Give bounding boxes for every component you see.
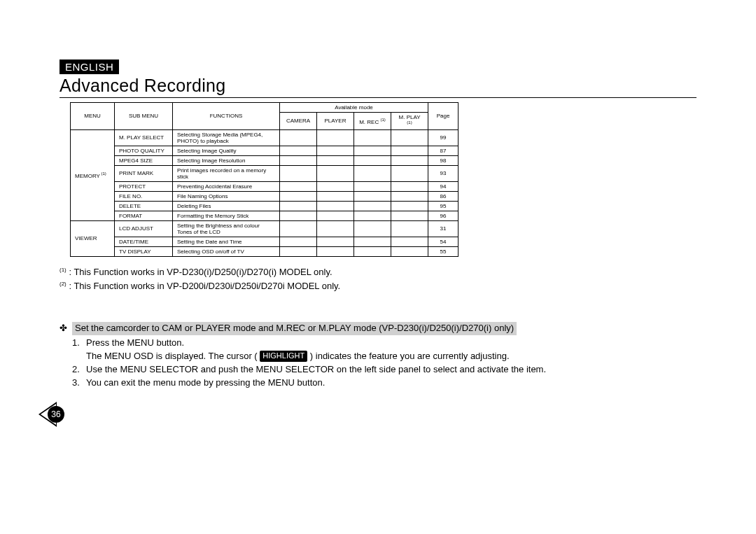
- cell-page: 95: [428, 201, 458, 211]
- cell-function: Print images recorded on a memory stick: [173, 165, 280, 181]
- th-camera: CAMERA: [280, 113, 317, 130]
- bullet-icon: ✤: [59, 322, 72, 335]
- footnote-2: (2) : This Function works in VP-D200i/D2…: [59, 279, 696, 294]
- cell-function: Selecting Image Resolution: [173, 155, 280, 165]
- cell-submenu: DELETE: [115, 201, 173, 211]
- cell-mode: [317, 237, 354, 246]
- cell-function: Selecting Image Quality: [173, 146, 280, 155]
- cell-mode: [354, 246, 391, 256]
- th-functions: FUNCTIONS: [173, 103, 280, 130]
- cell-mode: [280, 165, 317, 181]
- cell-mode: [280, 191, 317, 201]
- page-number-badge: 36: [48, 406, 64, 423]
- cell-mode: [280, 211, 317, 220]
- cell-mode: [317, 155, 354, 165]
- language-tag: ENGLISH: [59, 59, 119, 74]
- cell-mode: [317, 165, 354, 181]
- cell-menu: VIEWER: [71, 220, 115, 256]
- cell-mode: [317, 211, 354, 220]
- cell-mode: [354, 165, 391, 181]
- table-row: TV DISPLAYSelecting OSD on/off of TV55: [71, 246, 458, 256]
- cell-page: 87: [428, 146, 458, 155]
- table-row: PROTECTPreventing Accidental Erasure94: [71, 181, 458, 191]
- table-row: VIEWERLCD ADJUSTSetting the Brightness a…: [71, 220, 458, 237]
- table-row: MEMORY (1)M. PLAY SELECTSelecting Storag…: [71, 129, 458, 146]
- cell-mode: [317, 181, 354, 191]
- menu-reference-table: MENU SUB MENU FUNCTIONS Available mode P…: [70, 102, 458, 257]
- cell-mode: [280, 201, 317, 211]
- table-row: PHOTO QUALITYSelecting Image Quality87: [71, 146, 458, 155]
- table-header-row-1: MENU SUB MENU FUNCTIONS Available mode P…: [71, 103, 458, 113]
- cell-mode: [391, 220, 428, 237]
- cell-mode: [354, 146, 391, 155]
- table-row: PRINT MARKPrint images recorded on a mem…: [71, 165, 458, 181]
- step-3: 3.You can exit the menu mode by pressing…: [72, 377, 696, 390]
- cell-function: File Naming Options: [173, 191, 280, 201]
- cell-mode: [317, 201, 354, 211]
- th-menu: MENU: [71, 103, 115, 130]
- cell-mode: [317, 146, 354, 155]
- table-row: MPEG4 SIZESelecting Image Resolution98: [71, 155, 458, 165]
- highlight-chip: HIGHLIGHT: [260, 351, 307, 362]
- th-page: Page: [428, 103, 458, 130]
- cell-mode: [317, 191, 354, 201]
- cell-submenu: TV DISPLAY: [115, 246, 173, 256]
- cell-page: 96: [428, 211, 458, 220]
- cell-function: Selecting Storage Media (MPEG4, PHOTO) t…: [173, 129, 280, 146]
- cell-mode: [391, 165, 428, 181]
- cell-submenu: M. PLAY SELECT: [115, 129, 173, 146]
- th-mrec: M. REC (1): [354, 113, 391, 130]
- cell-mode: [354, 129, 391, 146]
- cell-submenu: MPEG4 SIZE: [115, 155, 173, 165]
- cell-mode: [391, 181, 428, 191]
- th-mplay: M. PLAY (1): [391, 113, 428, 130]
- cell-mode: [354, 155, 391, 165]
- cell-submenu: DATE/TIME: [115, 237, 173, 246]
- cell-mode: [280, 237, 317, 246]
- cell-mode: [391, 129, 428, 146]
- table-row: FORMATFormatting the Memory Stick96: [71, 211, 458, 220]
- cell-submenu: PRINT MARK: [115, 165, 173, 181]
- footnotes: (1) : This Function works in VP-D230(i)/…: [59, 265, 696, 295]
- step-2: 2.Use the MENU SELECTOR and push the MEN…: [72, 363, 696, 377]
- footnote-1: (1) : This Function works in VP-D230(i)/…: [59, 265, 696, 280]
- instructions-block: ✤ Set the camcorder to CAM or PLAYER mod…: [59, 322, 696, 389]
- cell-mode: [280, 246, 317, 256]
- th-player: PLAYER: [317, 113, 354, 130]
- cell-page: 31: [428, 220, 458, 237]
- cell-mode: [280, 220, 317, 237]
- cell-page: 86: [428, 191, 458, 201]
- cell-mode: [391, 211, 428, 220]
- cell-mode: [317, 220, 354, 237]
- cell-function: Deleting Files: [173, 201, 280, 211]
- cell-mode: [391, 155, 428, 165]
- table-row: FILE NO.File Naming Options86: [71, 191, 458, 201]
- th-submenu: SUB MENU: [115, 103, 173, 130]
- cell-page: 54: [428, 237, 458, 246]
- manual-page: ENGLISH Advanced Recording MENU SUB MENU…: [59, 59, 696, 389]
- cell-mode: [354, 201, 391, 211]
- cell-submenu: PHOTO QUALITY: [115, 146, 173, 155]
- cell-mode: [391, 201, 428, 211]
- cell-mode: [280, 129, 317, 146]
- cell-function: Setting the Brightness and colour Tones …: [173, 220, 280, 237]
- cell-page: 94: [428, 181, 458, 191]
- cell-mode: [280, 146, 317, 155]
- page-title: Advanced Recording: [59, 76, 696, 98]
- table-row: DATE/TIMESetting the Date and Time54: [71, 237, 458, 246]
- cell-mode: [391, 246, 428, 256]
- cell-function: Formatting the Memory Stick: [173, 211, 280, 220]
- cell-submenu: LCD ADJUST: [115, 220, 173, 237]
- step-1b: The MENU OSD is displayed. The cursor ( …: [72, 350, 696, 363]
- table-row: DELETEDeleting Files95: [71, 201, 458, 211]
- cell-mode: [391, 146, 428, 155]
- cell-page: 99: [428, 129, 458, 146]
- cell-function: Setting the Date and Time: [173, 237, 280, 246]
- cell-mode: [354, 191, 391, 201]
- cell-mode: [354, 220, 391, 237]
- cell-mode: [317, 129, 354, 146]
- cell-mode: [354, 237, 391, 246]
- cell-function: Selecting OSD on/off of TV: [173, 246, 280, 256]
- cell-mode: [280, 181, 317, 191]
- cell-page: 55: [428, 246, 458, 256]
